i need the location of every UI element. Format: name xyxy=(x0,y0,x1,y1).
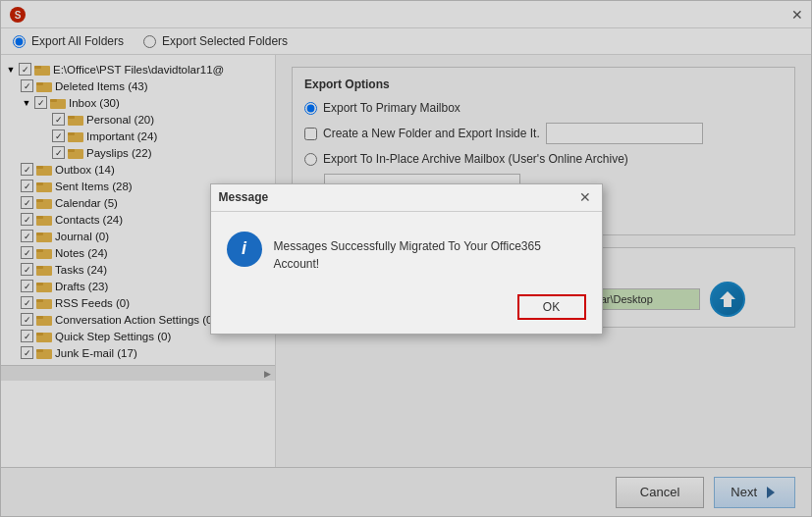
dialog-title: Message xyxy=(219,190,269,204)
dialog-message: Messages Successfully Migrated To Your O… xyxy=(274,232,586,273)
dialog-content: i Messages Successfully Migrated To Your… xyxy=(211,212,602,288)
dialog-overlay: Message ✕ i Messages Successfully Migrat… xyxy=(1,1,811,516)
message-dialog: Message ✕ i Messages Successfully Migrat… xyxy=(210,183,603,335)
dialog-titlebar: Message ✕ xyxy=(211,184,602,212)
dialog-close-button[interactable]: ✕ xyxy=(576,188,594,206)
ok-button[interactable]: OK xyxy=(517,294,586,320)
dialog-footer: OK xyxy=(211,288,602,334)
main-window: S ✕ Export All Folders Export Selected F… xyxy=(0,0,812,517)
info-icon: i xyxy=(227,232,262,267)
